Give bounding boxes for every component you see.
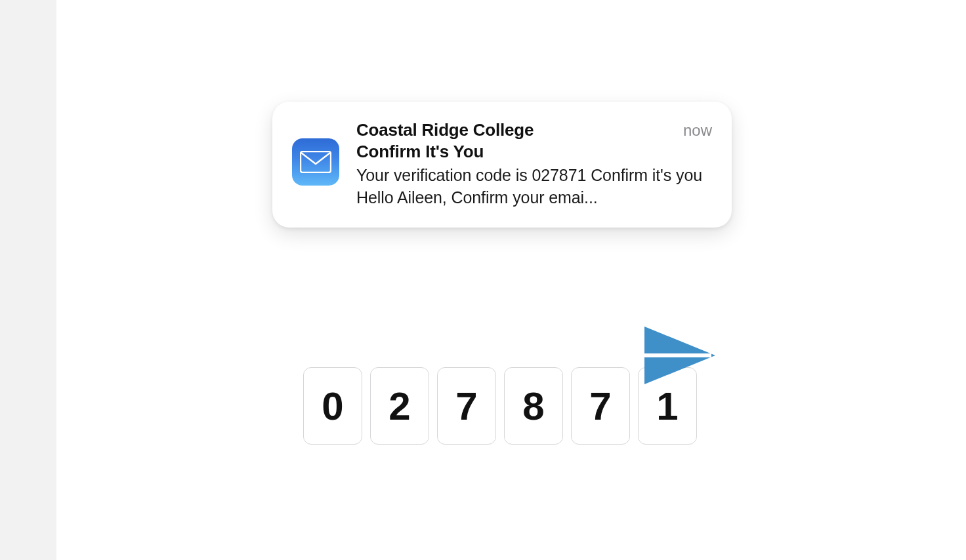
notification-card[interactable]: Coastal Ridge College now Confirm It's Y… [272, 102, 732, 228]
notification-sender: Coastal Ridge College [356, 120, 534, 140]
paper-plane-icon[interactable] [638, 323, 717, 388]
envelope-icon [300, 151, 331, 173]
otp-digit-2[interactable]: 2 [370, 367, 429, 445]
otp-digit-1[interactable]: 0 [303, 367, 362, 445]
otp-digit-4[interactable]: 8 [504, 367, 563, 445]
notification-subject: Confirm It's You [356, 142, 712, 162]
mail-app-icon [292, 138, 339, 186]
otp-digit-5[interactable]: 7 [571, 367, 630, 445]
notification-preview: Your verification code is 027871 Confirm… [356, 165, 712, 209]
notification-timestamp: now [683, 121, 712, 140]
left-gutter [0, 0, 56, 560]
notification-body: Coastal Ridge College now Confirm It's Y… [356, 120, 712, 209]
otp-digit-3[interactable]: 7 [437, 367, 496, 445]
svg-rect-1 [643, 353, 711, 357]
svg-rect-0 [301, 151, 331, 172]
